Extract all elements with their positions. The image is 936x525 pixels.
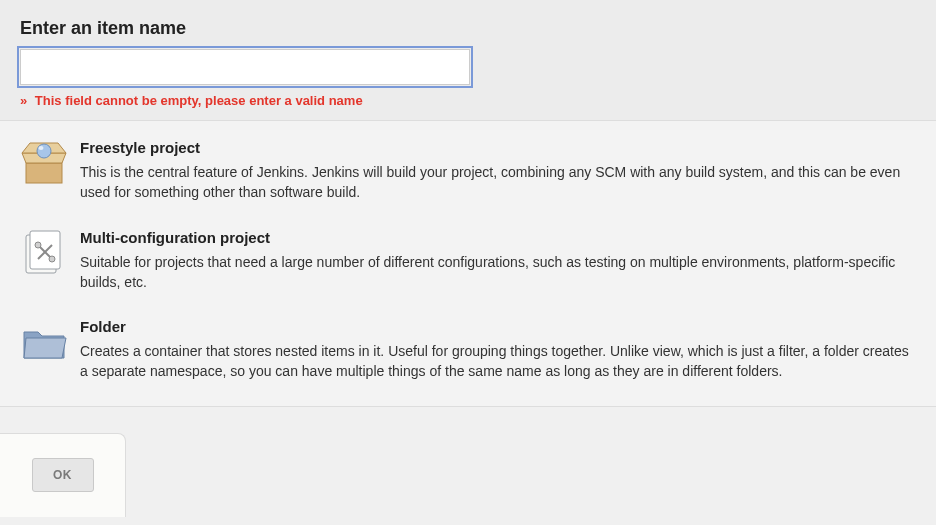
option-desc: This is the central feature of Jenkins. … [80, 162, 916, 203]
box-icon [20, 139, 68, 187]
svg-rect-6 [30, 231, 60, 269]
header-panel: Enter an item name » This field cannot b… [0, 0, 936, 120]
option-title: Multi-configuration project [80, 229, 916, 246]
svg-point-10 [49, 256, 55, 262]
validation-error: » This field cannot be empty, please ent… [20, 93, 916, 108]
option-title: Folder [80, 318, 916, 335]
svg-rect-0 [26, 163, 62, 183]
option-folder[interactable]: Folder Creates a container that stores n… [20, 318, 916, 382]
option-freestyle-project[interactable]: Freestyle project This is the central fe… [20, 139, 916, 203]
svg-point-3 [37, 144, 51, 158]
error-arrow-icon: » [20, 93, 27, 108]
item-type-list: Freestyle project This is the central fe… [0, 121, 936, 406]
page-title: Enter an item name [20, 18, 916, 39]
footer-button-container: OK [0, 433, 126, 517]
error-text: This field cannot be empty, please enter… [35, 93, 363, 108]
option-multi-configuration-project[interactable]: Multi-configuration project Suitable for… [20, 229, 916, 293]
option-title: Freestyle project [80, 139, 916, 156]
tools-icon [20, 229, 68, 277]
item-name-input[interactable] [20, 49, 470, 85]
option-desc: Creates a container that stores nested i… [80, 341, 916, 382]
svg-point-4 [39, 146, 44, 150]
ok-button[interactable]: OK [32, 458, 94, 492]
option-desc: Suitable for projects that need a large … [80, 252, 916, 293]
footer-panel: OK [0, 407, 936, 517]
folder-icon [20, 318, 68, 366]
svg-point-9 [35, 242, 41, 248]
